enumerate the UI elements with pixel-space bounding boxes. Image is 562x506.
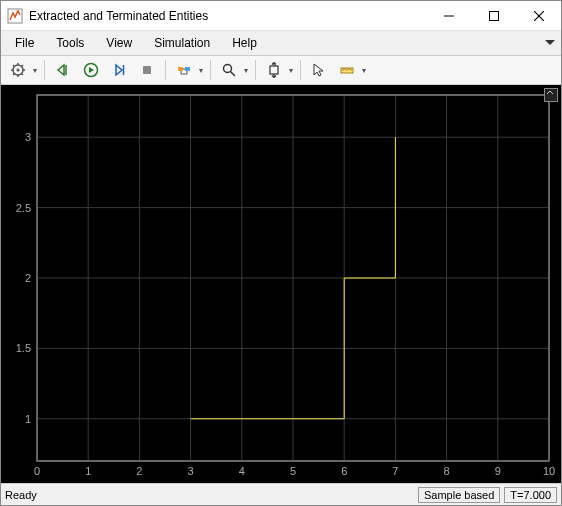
svg-text:6: 6: [341, 465, 347, 477]
window-title: Extracted and Terminated Entities: [29, 9, 426, 23]
toolbar: ▾ ▾ ▾ ▾ ▾: [1, 55, 561, 85]
menu-help[interactable]: Help: [224, 34, 265, 52]
svg-text:2: 2: [136, 465, 142, 477]
autoscale-dropdown[interactable]: ▾: [286, 66, 295, 75]
svg-rect-23: [270, 66, 278, 74]
maximize-axes-icon[interactable]: [544, 88, 558, 102]
svg-rect-18: [143, 66, 151, 74]
step-back-button[interactable]: [50, 58, 76, 82]
svg-line-14: [22, 65, 24, 67]
menu-expand-icon[interactable]: [545, 36, 555, 50]
svg-text:1: 1: [25, 413, 31, 425]
measure-button[interactable]: [334, 58, 360, 82]
svg-point-6: [17, 69, 20, 72]
separator: [44, 60, 45, 80]
svg-text:7: 7: [392, 465, 398, 477]
menu-tools[interactable]: Tools: [48, 34, 92, 52]
title-bar: Extracted and Terminated Entities: [1, 1, 561, 31]
svg-text:3: 3: [25, 131, 31, 143]
status-bar: Ready Sample based T=7.000: [1, 483, 561, 505]
svg-text:10: 10: [543, 465, 555, 477]
settings-dropdown[interactable]: ▾: [30, 66, 39, 75]
highlight-button[interactable]: [171, 58, 197, 82]
svg-text:9: 9: [495, 465, 501, 477]
menu-simulation[interactable]: Simulation: [146, 34, 218, 52]
app-icon: [7, 8, 23, 24]
close-button[interactable]: [516, 1, 561, 31]
svg-text:5: 5: [290, 465, 296, 477]
separator: [165, 60, 166, 80]
svg-line-11: [13, 65, 15, 67]
minimize-button[interactable]: [426, 1, 471, 31]
cursor-button[interactable]: [306, 58, 332, 82]
svg-line-13: [13, 74, 15, 76]
separator: [300, 60, 301, 80]
svg-text:1.5: 1.5: [16, 342, 31, 354]
svg-rect-20: [185, 67, 190, 71]
measure-dropdown[interactable]: ▾: [359, 66, 368, 75]
svg-text:2.5: 2.5: [16, 202, 31, 214]
separator: [210, 60, 211, 80]
svg-text:0: 0: [34, 465, 40, 477]
svg-line-22: [231, 72, 236, 77]
zoom-dropdown[interactable]: ▾: [241, 66, 250, 75]
zoom-button[interactable]: [216, 58, 242, 82]
svg-text:4: 4: [239, 465, 245, 477]
run-button[interactable]: [78, 58, 104, 82]
svg-line-12: [22, 74, 24, 76]
svg-rect-2: [489, 11, 498, 20]
svg-point-21: [224, 65, 232, 73]
scope-plot[interactable]: 01234567891011.522.53: [1, 85, 561, 483]
svg-text:3: 3: [188, 465, 194, 477]
status-time: T=7.000: [504, 487, 557, 503]
menu-file[interactable]: File: [7, 34, 42, 52]
highlight-dropdown[interactable]: ▾: [196, 66, 205, 75]
svg-text:1: 1: [85, 465, 91, 477]
stop-button[interactable]: [134, 58, 160, 82]
maximize-button[interactable]: [471, 1, 516, 31]
settings-button[interactable]: [5, 58, 31, 82]
svg-text:2: 2: [25, 272, 31, 284]
menu-bar: File Tools View Simulation Help: [1, 31, 561, 55]
autoscale-button[interactable]: [261, 58, 287, 82]
separator: [255, 60, 256, 80]
svg-text:8: 8: [444, 465, 450, 477]
menu-view[interactable]: View: [98, 34, 140, 52]
svg-rect-19: [178, 67, 183, 71]
status-ready: Ready: [5, 489, 414, 501]
status-sample: Sample based: [418, 487, 500, 503]
step-forward-button[interactable]: [106, 58, 132, 82]
